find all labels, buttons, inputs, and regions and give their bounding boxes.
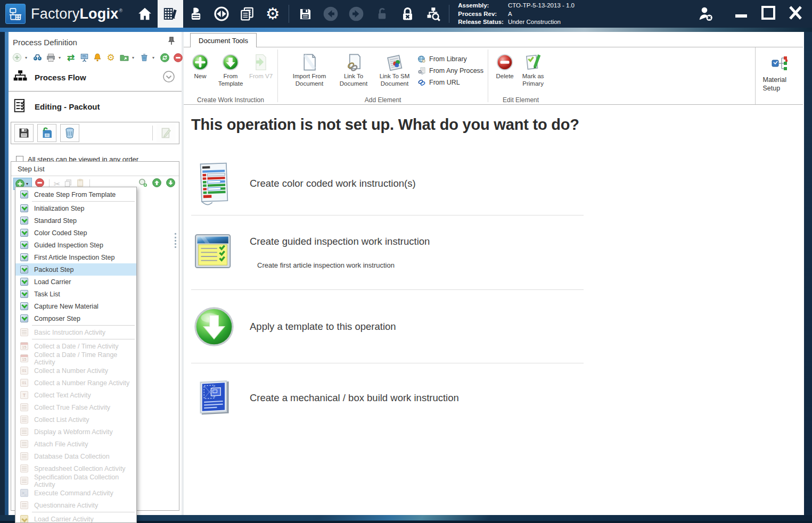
option-mechanical-box-build[interactable]: Create a mechanical / box build work ins…	[191, 363, 584, 433]
print-icon[interactable]	[45, 52, 56, 63]
unlock-icon[interactable]	[369, 0, 395, 28]
refresh-icon[interactable]	[159, 52, 170, 63]
user-logout-icon[interactable]	[693, 0, 718, 28]
material-setup-button[interactable]: Material Setup	[755, 47, 803, 104]
titlebar-separator	[449, 5, 449, 23]
step-menu-item[interactable]: Collect True False Activity	[15, 401, 136, 413]
step-type-icon	[20, 217, 28, 225]
close-button[interactable]	[786, 5, 805, 23]
step-type-icon	[20, 265, 28, 273]
move-down-button[interactable]	[166, 178, 176, 190]
pin-icon[interactable]	[168, 37, 175, 47]
stop-icon[interactable]	[173, 52, 183, 63]
editing-toolbar	[11, 122, 179, 144]
panel-toolbar: ▾ ▾ ⇄	[9, 47, 182, 66]
save-as-template-button[interactable]	[37, 124, 56, 142]
save-icon[interactable]	[292, 0, 318, 28]
from-any-process-button[interactable]: From Any Process	[417, 67, 483, 75]
calendar-icon	[20, 354, 28, 362]
option-color-coded[interactable]: Create color coded work instruction(s)	[191, 152, 584, 215]
registered-mark: ®	[119, 8, 122, 13]
step-menu-item[interactable]: Basic Instruction Activity	[15, 326, 136, 338]
step-menu-item[interactable]: Standard Step	[15, 214, 136, 227]
factorylogix-logo-icon	[5, 4, 26, 24]
process-flow-icon	[13, 69, 27, 86]
back-icon[interactable]	[318, 0, 343, 28]
number-icon	[20, 367, 28, 375]
collapse-circle-icon[interactable]	[162, 70, 175, 85]
step-menu-item[interactable]: Collect a Date / Time Range Activity	[15, 352, 136, 364]
step-menu-item[interactable]: Collect a Number Range Activity	[15, 377, 136, 389]
panel-splitter[interactable]	[175, 233, 176, 248]
delete-element-button[interactable]: Delete	[493, 51, 517, 80]
from-template-button[interactable]: From Template	[212, 51, 249, 87]
step-menu-item[interactable]: First Article Inspection Step	[15, 251, 136, 263]
menu-separator	[32, 325, 135, 326]
option-sublabel[interactable]: Create first article inspection work ins…	[257, 261, 430, 269]
link-to-sm-document-button[interactable]: Link To SM Document	[374, 51, 415, 87]
save-step-button[interactable]	[14, 124, 34, 142]
step-menu-item[interactable]: Guided Inspection Step	[15, 239, 136, 251]
step-menu-item[interactable]: Execute Command Activity	[15, 487, 136, 499]
step-menu-item[interactable]: Create Step From Template	[15, 188, 136, 201]
option-guided-inspection[interactable]: Create guided inspection work instructio…	[191, 215, 584, 290]
from-library-button[interactable]: From Library	[417, 55, 483, 63]
step-menu-item[interactable]: Collect a Number Activity	[15, 364, 136, 377]
add-step-caret-icon[interactable]: ▾	[26, 181, 30, 186]
step-menu-item[interactable]: Specification Data Collection Activity	[15, 475, 136, 487]
option-apply-template[interactable]: Apply a template to this operation	[191, 290, 584, 363]
forward-icon[interactable]	[343, 0, 369, 28]
step-menu-item[interactable]: Load Carrier Activity	[15, 513, 136, 523]
production-icon[interactable]	[183, 0, 209, 28]
minimize-button[interactable]	[733, 5, 750, 23]
step-menu-item[interactable]: Database Data Collection	[15, 450, 136, 462]
bell-icon[interactable]	[92, 52, 103, 63]
lock-x-icon[interactable]	[395, 0, 420, 28]
archive-icon[interactable]	[139, 52, 150, 63]
edit-step-button-disabled[interactable]	[157, 124, 176, 142]
link-to-document-button[interactable]: Link To Document	[333, 51, 374, 87]
process-definition-icon[interactable]	[158, 0, 183, 28]
publish-caret-icon[interactable]: ▾	[132, 55, 136, 60]
exchange-icon[interactable]: ⇄	[65, 52, 76, 63]
step-menu-item[interactable]: Composer Step	[15, 312, 136, 325]
step-menu-item[interactable]: Initialization Step	[15, 202, 136, 214]
step-menu-item[interactable]: Collect Text Activity	[15, 389, 136, 401]
archive-caret-icon[interactable]: ▾	[152, 55, 157, 60]
step-menu-item[interactable]: Collect List Activity	[15, 413, 136, 426]
import-from-document-button[interactable]: Import From Document	[285, 51, 333, 87]
gear-gold-icon[interactable]: ⚙	[105, 52, 116, 63]
from-url-button[interactable]: From URL	[417, 78, 483, 87]
settings-gear-icon[interactable]: ⚙	[260, 0, 285, 28]
maximize-button[interactable]	[760, 5, 777, 23]
group-label: Create Work Instruction	[184, 96, 277, 104]
home-icon[interactable]	[132, 0, 158, 28]
presentation-icon[interactable]	[79, 52, 89, 63]
step-menu-item[interactable]: Questionnaire Activity	[15, 499, 136, 511]
find-icon[interactable]	[32, 52, 43, 63]
step-menu-item[interactable]: Display a Webform Activity	[15, 426, 136, 438]
step-menu-item[interactable]: Attach File Activity	[15, 438, 136, 450]
step-menu-item[interactable]: Color Coded Step	[15, 227, 136, 239]
process-audit-search-icon[interactable]	[420, 0, 446, 28]
step-menu-item[interactable]: Task List	[15, 288, 136, 300]
new-button[interactable]: New	[188, 51, 212, 80]
from-v7-button-disabled[interactable]: From V7	[249, 51, 273, 80]
add-operation-caret-icon[interactable]: ▾	[25, 55, 29, 60]
sync-icon[interactable]	[209, 0, 234, 28]
zoom-step-icon[interactable]	[138, 178, 148, 190]
mark-as-primary-button[interactable]: Mark as Primary	[517, 51, 549, 87]
step-menu-item-packout[interactable]: Packout Step	[15, 263, 136, 276]
tab-document-tools[interactable]: Document Tools	[190, 33, 257, 47]
step-menu-item[interactable]: Capture New Material	[15, 300, 136, 312]
move-up-button[interactable]	[152, 178, 162, 190]
documents-icon[interactable]	[234, 0, 260, 28]
publish-icon[interactable]	[119, 52, 129, 63]
add-operation-icon[interactable]	[12, 52, 22, 63]
delete-step-button[interactable]	[60, 124, 79, 142]
assembly-value: CTO-TP-5-13-2013 - 1.0	[508, 2, 575, 9]
window-frame-right	[804, 32, 812, 523]
print-caret-icon[interactable]: ▾	[59, 55, 63, 60]
step-menu-item[interactable]: Load Carrier	[15, 276, 136, 288]
process-flow-header[interactable]: Process Flow	[9, 66, 182, 90]
